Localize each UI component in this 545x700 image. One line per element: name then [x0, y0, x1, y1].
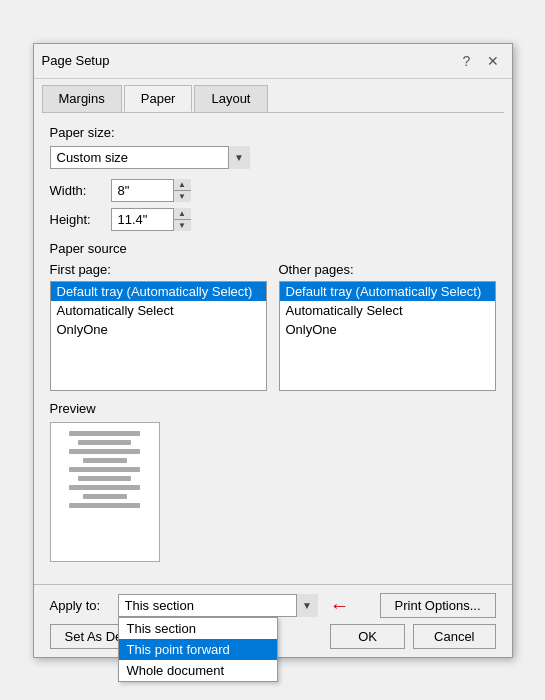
preview-line [78, 440, 131, 445]
tab-layout[interactable]: Layout [194, 85, 267, 112]
width-spinner: ▲ ▼ [111, 179, 191, 202]
height-up-button[interactable]: ▲ [174, 208, 191, 220]
paper-size-select-wrapper: ▼ [50, 146, 250, 169]
height-spinner: ▲ ▼ [111, 208, 191, 231]
help-button[interactable]: ? [456, 50, 478, 72]
width-row: Width: ▲ ▼ [50, 179, 496, 202]
list-item[interactable]: Automatically Select [280, 301, 495, 320]
height-down-button[interactable]: ▼ [174, 220, 191, 231]
list-item[interactable]: OnlyOne [51, 320, 266, 339]
preview-line [83, 494, 127, 499]
apply-to-select-wrapper: ▼ This section This point forward Whole … [118, 594, 318, 617]
bottom-section: Apply to: ▼ This section This point forw… [34, 584, 512, 657]
list-item[interactable]: Automatically Select [51, 301, 266, 320]
ok-cancel-group: OK Cancel [330, 624, 495, 649]
source-columns: First page: Default tray (Automatically … [50, 262, 496, 391]
other-pages-listbox[interactable]: Default tray (Automatically Select) Auto… [279, 281, 496, 391]
dropdown-item-whole-document[interactable]: Whole document [119, 660, 277, 681]
height-row: Height: ▲ ▼ [50, 208, 496, 231]
height-arrows: ▲ ▼ [173, 208, 191, 231]
tab-paper[interactable]: Paper [124, 85, 193, 112]
title-bar-right: ? ✕ [456, 50, 504, 72]
preview-line [69, 449, 139, 454]
preview-line [69, 431, 139, 436]
red-arrow-indicator: ← [330, 594, 350, 617]
tab-bar: Margins Paper Layout [34, 79, 512, 112]
dropdown-item-this-section[interactable]: This section [119, 618, 277, 639]
preview-line [69, 485, 139, 490]
print-options-button[interactable]: Print Options... [380, 593, 496, 618]
list-item[interactable]: Default tray (Automatically Select) [51, 282, 266, 301]
apply-to-label: Apply to: [50, 598, 110, 613]
preview-section: Preview [50, 401, 496, 562]
preview-box [50, 422, 160, 562]
apply-to-input[interactable] [118, 594, 318, 617]
page-setup-dialog: Page Setup ? ✕ Margins Paper Layout Pape… [33, 43, 513, 658]
cancel-button[interactable]: Cancel [413, 624, 495, 649]
first-page-listbox[interactable]: Default tray (Automatically Select) Auto… [50, 281, 267, 391]
paper-source-label: Paper source [50, 241, 496, 256]
preview-line [69, 467, 139, 472]
list-item[interactable]: Default tray (Automatically Select) [280, 282, 495, 301]
paper-size-input[interactable] [50, 146, 250, 169]
first-page-label: First page: [50, 262, 267, 277]
height-label: Height: [50, 212, 105, 227]
width-arrows: ▲ ▼ [173, 179, 191, 202]
preview-label: Preview [50, 401, 496, 416]
ok-button[interactable]: OK [330, 624, 405, 649]
dialog-content: Paper size: ▼ Width: ▲ ▼ Height: ▲ [34, 113, 512, 584]
close-button[interactable]: ✕ [482, 50, 504, 72]
title-bar: Page Setup ? ✕ [34, 44, 512, 79]
width-down-button[interactable]: ▼ [174, 191, 191, 202]
list-item[interactable]: OnlyOne [280, 320, 495, 339]
width-up-button[interactable]: ▲ [174, 179, 191, 191]
other-pages-label: Other pages: [279, 262, 496, 277]
paper-size-label: Paper size: [50, 125, 496, 140]
dialog-title: Page Setup [42, 53, 110, 68]
tab-margins[interactable]: Margins [42, 85, 122, 112]
preview-line [78, 476, 131, 481]
preview-line [83, 458, 127, 463]
dropdown-item-this-point-forward[interactable]: This point forward [119, 639, 277, 660]
preview-line [69, 503, 139, 508]
title-bar-left: Page Setup [42, 53, 110, 68]
paper-size-section: Paper size: ▼ [50, 125, 496, 169]
apply-to-row: Apply to: ▼ This section This point forw… [50, 593, 496, 618]
first-page-col: First page: Default tray (Automatically … [50, 262, 267, 391]
paper-source-section: Paper source First page: Default tray (A… [50, 241, 496, 391]
apply-to-dropdown: This section This point forward Whole do… [118, 617, 278, 682]
other-pages-col: Other pages: Default tray (Automatically… [279, 262, 496, 391]
width-label: Width: [50, 183, 105, 198]
